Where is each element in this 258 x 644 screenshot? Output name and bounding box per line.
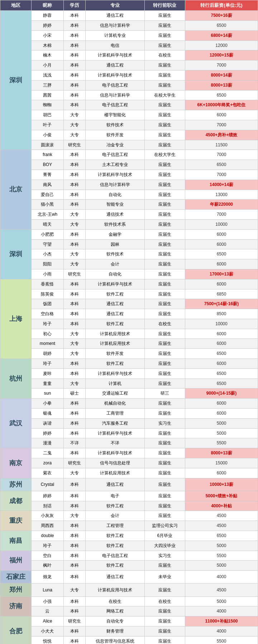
- edu-cell: 本科: [63, 369, 86, 379]
- salary-cell: 6000: [185, 339, 258, 349]
- table-row: 石家庄烛龙本科通信工程未毕业4000: [0, 571, 258, 584]
- prev-job-cell: 应届生: [144, 606, 185, 616]
- major-cell: 信息管理与信息系统: [86, 636, 145, 644]
- region-cell: 济南: [0, 596, 32, 616]
- name-cell: 爱自己: [32, 190, 63, 200]
- edu-cell: 本科: [63, 150, 86, 160]
- prev-job-cell: 应届生: [144, 511, 185, 521]
- table-row: 晴天大专软件技术系应届生10000: [0, 219, 258, 229]
- edu-cell: 本科: [63, 636, 86, 644]
- table-row: 杭州玲子本科软件工程应届生6000: [0, 359, 258, 369]
- major-cell: 计算机科学与技术: [86, 279, 145, 289]
- major-cell: 自动化: [86, 190, 145, 200]
- table-row: 阳阳大专会计应届生6000: [0, 259, 258, 269]
- table-row: 周西西本科工程管理监理公司实习4500: [0, 521, 258, 531]
- edu-cell: 本科: [63, 200, 86, 210]
- region-cell: 成都: [0, 491, 32, 511]
- major-cell: 通信工程: [86, 571, 145, 584]
- prev-job-cell: 应届生: [144, 616, 185, 626]
- prev-job-cell: 应届生: [144, 100, 185, 110]
- major-cell: 智能专业: [86, 200, 145, 210]
- edu-cell: 本科: [63, 491, 86, 501]
- name-cell: 玲子: [32, 541, 63, 551]
- prev-job-cell: 应届生: [144, 584, 185, 596]
- prev-job-cell: 应届生: [144, 259, 185, 269]
- table-row: 小俊大专软件开发应届生4500+房补+绩效: [0, 130, 258, 140]
- salary-cell: 10000: [185, 219, 258, 229]
- salary-cell: 7500+(14薪-16薪): [185, 299, 258, 309]
- name-cell: 饭团: [32, 299, 63, 309]
- salary-cell: 6500: [185, 90, 258, 100]
- major-cell: 软件工程: [86, 289, 145, 299]
- prev-job-cell: 应届生: [144, 70, 185, 80]
- major-cell: 信息与计算科学: [86, 90, 145, 100]
- edu-cell: 大专: [63, 329, 86, 339]
- name-cell: 香蕉怪: [32, 279, 63, 289]
- name-cell: 紫衣: [32, 468, 63, 478]
- prev-job-cell: 应届生: [144, 329, 185, 339]
- table-row: 楠木本科计算机科学与技术在校生12000+15薪: [0, 50, 258, 60]
- name-cell: frank: [32, 150, 63, 160]
- name-cell: moment: [32, 339, 63, 349]
- salary-cell: 7000: [185, 120, 258, 130]
- salary-cell: 9000+(14-15薪): [185, 389, 258, 399]
- major-cell: 通信工程: [86, 299, 145, 309]
- table-row: 圆滚滚研究生冶金专业应届生11500: [0, 140, 258, 150]
- table-row: 上海香蕉怪本科计算机科学与技术应届生6000: [0, 279, 258, 289]
- table-row: 悦悦本科信息管理与信息系统应届生5500: [0, 636, 258, 644]
- table-row: 枫叶本科软件工程应届生5000: [0, 561, 258, 571]
- major-cell: 电信: [86, 40, 145, 50]
- salary-cell: 4000: [185, 606, 258, 616]
- table-row: 浅浅本科计算机科学与技术应届生8000+14薪: [0, 70, 258, 80]
- edu-cell: 研究生: [63, 616, 86, 626]
- salary-cell: 4000: [185, 571, 258, 584]
- salary-cell: 6000: [185, 259, 258, 269]
- major-cell: 计算机科学与技术: [86, 428, 145, 438]
- prev-job-cell: 应届生: [144, 309, 185, 319]
- edu-cell: 大专: [63, 511, 86, 521]
- edu-cell: 本科: [63, 60, 86, 70]
- prev-job-cell: 应届生: [144, 60, 185, 70]
- salary-cell: 6850: [185, 289, 258, 299]
- table-row: 重庆小灰灰大专会计应届生4500: [0, 511, 258, 521]
- major-cell: 软件技术系: [86, 219, 145, 229]
- salary-cell: 6500: [185, 160, 258, 170]
- major-cell: 财务管理: [86, 626, 145, 636]
- edu-cell: 本科: [63, 561, 86, 571]
- major-cell: 工程管理: [86, 521, 145, 531]
- table-row: 紫衣大专计算机应用技术应届生6000: [0, 468, 258, 478]
- prev-job-cell: 应届生: [144, 369, 185, 379]
- edu-cell: 本科: [63, 501, 86, 511]
- name-cell: Crystal: [32, 478, 63, 491]
- salary-cell: 11500: [185, 140, 258, 150]
- major-cell: 计算机应用技术: [86, 468, 145, 478]
- salary-cell: 4500+房补+绩效: [185, 130, 258, 140]
- name-cell: sun: [32, 389, 63, 399]
- table-row: moment大专计算机应用技术应届生6000: [0, 339, 258, 349]
- name-cell: 楠木: [32, 50, 63, 60]
- edu-cell: 本科: [63, 11, 86, 21]
- name-cell: zora: [32, 458, 63, 468]
- name-cell: 诙谐: [32, 418, 63, 428]
- edu-cell: 本科: [63, 319, 86, 329]
- prev-job-cell: 应届生: [144, 110, 185, 120]
- major-cell: 工商管理: [86, 409, 145, 419]
- major-cell: 软件工程: [86, 359, 145, 369]
- salary-cell: 6800+14薪: [185, 30, 258, 40]
- salary-cell: 5000: [185, 541, 258, 551]
- table-row: 初心大专计算机应用技术应届生6000: [0, 329, 258, 339]
- salary-cell: 6500: [185, 531, 258, 541]
- prev-job-cell: 应届生: [144, 40, 185, 50]
- prev-job-cell: 应届生: [144, 160, 185, 170]
- table-row: 麦咔本科计算机科学与技术应届生6500: [0, 369, 258, 379]
- prev-job-cell: 应届生: [144, 30, 185, 40]
- salary-cell: 14000+14薪: [185, 180, 258, 190]
- major-cell: 信息与计算科学: [86, 20, 145, 30]
- table-row: 婷婷本科计算机科学与技术应届生5000: [0, 428, 258, 438]
- name-cell: 小肥肥: [32, 229, 63, 239]
- major-cell: 会计: [86, 259, 145, 269]
- header-region: 地区: [0, 0, 32, 11]
- name-cell: 猫小黑: [32, 200, 63, 210]
- edu-cell: 本科: [63, 80, 86, 90]
- major-cell: 电子信息工程: [86, 100, 145, 110]
